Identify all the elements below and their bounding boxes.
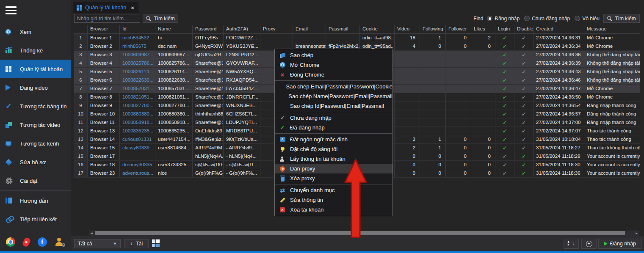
column-header-Following[interactable]: Following	[420, 25, 446, 33]
bulb-icon	[281, 147, 285, 152]
menu-item[interactable]: AĐặt ngôn ngữ mặc định	[275, 135, 392, 144]
table-row[interactable]: 1Browser 1minh534532hiOTFcy9BsFOCRWT2Z..…	[74, 34, 640, 42]
sidebar-item-2[interactable]: Quản lý tài khoản	[0, 60, 71, 78]
column-header-Disable[interactable]: Disable	[514, 25, 533, 33]
category-dropdown[interactable]: Tất cả ▼	[74, 239, 121, 248]
menu-item[interactable]: Sửa thông tin	[275, 195, 392, 205]
menu-icon-slot	[275, 157, 290, 162]
cell-message: Không thể đăng nhập tài l	[584, 76, 640, 84]
menu-item[interactable]: ⇄Chuyển danh mục	[275, 185, 392, 195]
pin-icon	[279, 165, 286, 172]
facebook-icon[interactable]: f	[38, 237, 47, 247]
cell-following: 1	[420, 34, 446, 42]
column-header-Likes[interactable]: Likes	[471, 25, 495, 33]
column-header-rownum[interactable]	[74, 25, 88, 33]
grid-view-icon[interactable]	[152, 239, 160, 247]
sidebar-item-1[interactable]: Thống kê	[0, 41, 71, 60]
sidebar-item-3[interactable]: Đăng video	[0, 78, 71, 97]
sidebar-item-9[interactable]: Hướng dẫn	[0, 191, 71, 210]
radio-option-1[interactable]: Chưa đăng nhập	[524, 16, 570, 22]
search-button[interactable]: Tìm kiếm	[143, 14, 178, 23]
column-header-Video[interactable]: Video	[395, 25, 420, 33]
column-header-Auth(2FA)[interactable]: Auth(2FA)	[224, 25, 260, 33]
menu-item[interactable]: ×Đóng Chrome	[275, 70, 392, 80]
close-icon[interactable]: ×	[131, 5, 134, 11]
cell-login: ✓	[495, 118, 514, 126]
cell-login: ✓	[495, 102, 514, 110]
menu-item[interactable]: ✓Đã đăng nhập	[275, 123, 392, 132]
find-search-button[interactable]: Tìm kiếm	[603, 14, 640, 23]
login-check-icon: ✓	[503, 35, 507, 41]
menu-item[interactable]: Sao chép Name|Password|Email|Passmail	[275, 91, 392, 101]
usergear-icon[interactable]	[55, 238, 65, 247]
radio-option-2[interactable]: Vô hiệu	[575, 16, 600, 22]
column-header-Proxy[interactable]: Proxy	[260, 25, 293, 33]
column-header-Passmail[interactable]: Passmail	[326, 25, 360, 33]
trash-icon	[281, 177, 285, 182]
menu-item[interactable]: Mở Chrome	[275, 60, 392, 70]
hamburger-menu-icon[interactable]	[6, 6, 17, 15]
column-header-Name[interactable]: Name	[155, 25, 193, 33]
sidebar-item-0[interactable]: Xem	[0, 22, 71, 41]
menu-item-label: Chuyển danh mục	[290, 187, 335, 193]
menu-item[interactable]: Lấy thông tin tài khoản	[275, 154, 392, 164]
search-input[interactable]	[74, 14, 140, 23]
cell-follower	[446, 118, 471, 126]
sidebar-item-5[interactable]: Tương tác video	[0, 116, 71, 134]
cell-created: 27/02/2024 14:36:57	[533, 110, 584, 118]
cell-num: 1	[74, 34, 88, 42]
shorts-icon[interactable]	[21, 236, 31, 248]
chrome-color-icon[interactable]	[6, 237, 15, 247]
cell-disable: ✓	[514, 118, 533, 126]
login-check-icon: ✓	[503, 52, 507, 58]
column-header-Id[interactable]: Id	[120, 25, 155, 33]
cell-name: user3734325...	[155, 161, 193, 169]
column-header-Password[interactable]: Password	[193, 25, 224, 33]
scroll-left-icon[interactable]: ◂	[89, 231, 94, 236]
sidebar-item-4[interactable]: ✓Tương tác bảng tin	[0, 97, 71, 116]
column-header-Created[interactable]: Created	[533, 25, 584, 33]
cell-disable: ✓	[514, 59, 533, 67]
radio-icon[interactable]	[487, 16, 492, 21]
column-header-Login[interactable]: Login	[495, 25, 514, 33]
cell-created: 31/05/2024 11:18:29	[533, 152, 584, 160]
column-header-Follower[interactable]: Follower	[446, 25, 471, 33]
menu-item[interactable]: Xóa proxy	[275, 173, 392, 183]
menu-item[interactable]: Sao chép Id|Password|Email|Passmail	[275, 101, 392, 111]
tab-account-management[interactable]: Quản lý tài khoản ×	[73, 2, 138, 13]
download-button[interactable]: ↓ Tải	[124, 239, 149, 248]
sidebar-item-7[interactable]: Sửa hồ sơ	[0, 153, 71, 171]
sidebar-item-label: Tương tác kênh	[20, 140, 59, 147]
menu-item[interactable]: Đặt chế độ sáng tối	[275, 144, 392, 154]
cell-disable: ✓	[514, 144, 533, 152]
menu-item[interactable]: Sao chép	[275, 50, 392, 60]
menu-item[interactable]: ×Xóa tài khoản	[275, 205, 392, 214]
add-button[interactable]: +	[581, 239, 597, 249]
sidebar-item-label: Cài đặt	[20, 178, 37, 184]
sort-button[interactable]: AZ ↓	[564, 239, 579, 249]
cell-likes	[471, 68, 495, 76]
column-header-Message[interactable]: Message	[584, 25, 640, 33]
menu-item[interactable]: ✓Chưa đăng nhập	[275, 113, 392, 123]
cell-follower	[446, 85, 471, 93]
column-header-Email[interactable]: Email	[293, 25, 326, 33]
login-button[interactable]: Đăng nhập	[598, 239, 641, 249]
cell-disable: ✓	[514, 68, 533, 76]
sidebar-item-8[interactable]: Cài đặt	[0, 171, 71, 190]
scroll-right-icon[interactable]: ▸	[634, 231, 639, 236]
cell-browser: Browser 15	[88, 144, 120, 152]
sidebar-item-6[interactable]: Tương tác kênh	[0, 134, 71, 153]
sidebar-item-10[interactable]: Tiếp thị liên kết	[0, 210, 71, 228]
cell-password: AfRR^4vl9M...	[193, 144, 224, 152]
disable-check-icon: ✓	[522, 111, 526, 117]
column-header-Cookie[interactable]: Cookie	[360, 25, 395, 33]
cell-password: OnEhltdrs89	[193, 127, 224, 135]
radio-icon[interactable]	[575, 16, 580, 21]
column-header-Browser[interactable]: Browser	[88, 25, 120, 33]
menu-item[interactable]: Sao chép Email|Passmail|Password|Cookie	[275, 82, 392, 91]
cell-login: ✓	[495, 135, 514, 143]
radio-icon[interactable]	[524, 16, 530, 21]
radio-option-0[interactable]: Đăng nhập	[487, 16, 520, 22]
menu-item-highlighted[interactable]: Dán proxy	[275, 164, 392, 173]
pencil-icon	[280, 198, 285, 203]
